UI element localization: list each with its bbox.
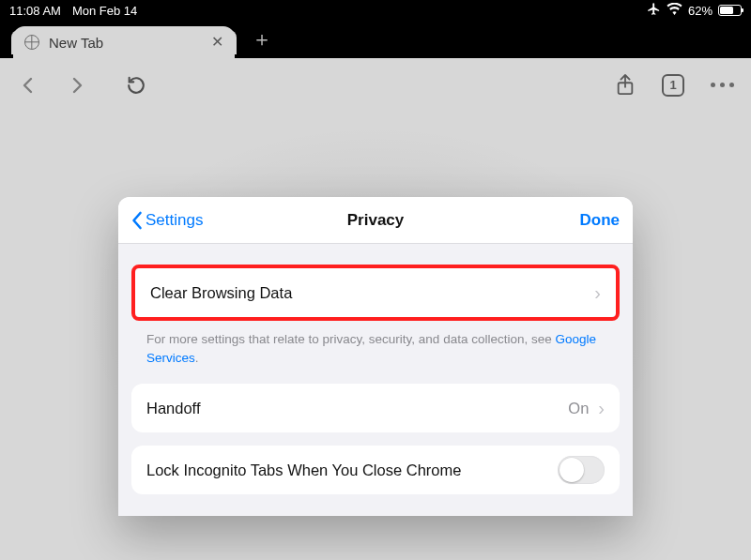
overflow-menu-button[interactable] — [711, 83, 734, 87]
reload-button[interactable] — [126, 75, 146, 96]
chevron-right-icon: › — [594, 283, 601, 302]
share-button[interactable] — [615, 74, 636, 97]
footer-prefix: For more settings that relate to privacy… — [146, 332, 555, 346]
back-to-settings-button[interactable]: Settings — [131, 210, 203, 230]
airplane-mode-icon — [647, 2, 661, 19]
privacy-footer-note: For more settings that relate to privacy… — [131, 321, 620, 384]
browser-tab-active[interactable]: New Tab ✕ — [13, 26, 235, 58]
status-bar: 11:08 AM Mon Feb 14 62% — [0, 0, 751, 21]
wifi-icon — [667, 3, 682, 18]
tab-count-value: 1 — [669, 78, 676, 92]
back-button[interactable] — [17, 74, 39, 97]
browser-body: 1 Settings Privacy Done Clear Browsing D… — [0, 58, 751, 560]
tab-count-button[interactable]: 1 — [662, 74, 684, 97]
chevron-left-icon — [131, 211, 144, 230]
toolbar: 1 — [0, 58, 751, 112]
lock-incognito-row[interactable]: Lock Incognito Tabs When You Close Chrom… — [146, 446, 605, 494]
clear-browsing-data-label: Clear Browsing Data — [150, 284, 292, 302]
footer-suffix: . — [195, 351, 199, 365]
lock-incognito-toggle[interactable] — [558, 456, 605, 484]
handoff-row[interactable]: Handoff On › — [146, 384, 605, 432]
done-button[interactable]: Done — [580, 211, 621, 230]
clear-browsing-data-row[interactable]: Clear Browsing Data › — [150, 268, 601, 317]
forward-button[interactable] — [66, 74, 88, 97]
back-label: Settings — [146, 211, 203, 230]
chevron-right-icon: › — [598, 399, 605, 417]
new-tab-button[interactable]: ＋ — [252, 29, 272, 50]
privacy-settings-sheet: Settings Privacy Done Clear Browsing Dat… — [118, 197, 633, 516]
globe-icon — [24, 35, 39, 50]
tab-strip: New Tab ✕ ＋ — [0, 21, 751, 58]
sheet-header: Settings Privacy Done — [118, 197, 633, 244]
status-date: Mon Feb 14 — [72, 4, 137, 18]
handoff-value: On — [568, 400, 589, 417]
battery-icon — [718, 5, 742, 16]
status-time: 11:08 AM — [9, 4, 61, 18]
handoff-label: Handoff — [146, 400, 201, 417]
sheet-body: Clear Browsing Data › For more settings … — [118, 244, 633, 516]
lock-incognito-label: Lock Incognito Tabs When You Close Chrom… — [146, 462, 461, 479]
battery-percent: 62% — [688, 4, 713, 18]
highlight-clear-browsing-data: Clear Browsing Data › — [131, 265, 620, 321]
tab-title: New Tab — [49, 35, 202, 51]
close-tab-button[interactable]: ✕ — [211, 35, 223, 50]
